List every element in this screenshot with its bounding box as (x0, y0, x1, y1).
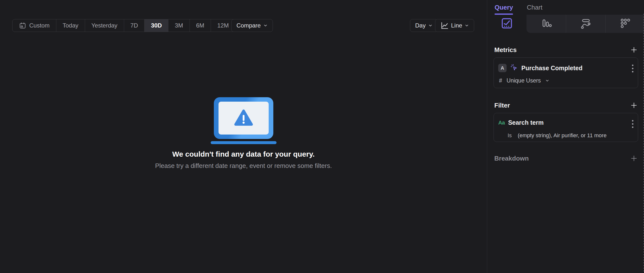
report-tab-retention[interactable] (606, 15, 644, 33)
flows-icon (579, 17, 592, 31)
line-chart-icon (440, 21, 448, 30)
metrics-heading: Metrics (494, 46, 517, 54)
tab-query[interactable]: Query (494, 0, 513, 15)
metric-card[interactable]: A Purchase Completed # Unique Users (494, 57, 638, 88)
report-type-strip (487, 15, 644, 33)
date-range-control: Custom Today Yesterday 7D 30D 3M 6M 12M … (12, 19, 268, 32)
breakdown-section-header: Breakdown (494, 154, 638, 163)
add-filter-button[interactable] (630, 102, 638, 109)
chevron-down-icon (464, 23, 469, 28)
breakdown-heading: Breakdown (494, 155, 529, 162)
string-property-icon: Aa (498, 120, 505, 126)
tab-chart[interactable]: Chart (527, 0, 542, 15)
date-range-label: Custom (29, 22, 50, 29)
analytics-app-window: Custom Today Yesterday 7D 30D 3M 6M 12M … (0, 0, 644, 273)
no-data-laptop-illustration (211, 97, 276, 144)
empty-state-title: We couldn't find any data for your query… (172, 150, 315, 158)
filter-condition[interactable]: Is (empty string), Air purifier, or 11 m… (508, 132, 607, 139)
calendar-icon (19, 22, 26, 29)
report-tab-funnels[interactable] (526, 15, 566, 33)
metric-kebab-menu-icon[interactable] (632, 65, 634, 72)
chevron-down-icon (428, 23, 432, 28)
date-range-custom[interactable]: Custom (12, 19, 56, 32)
warning-triangle-icon (234, 109, 253, 127)
report-tab-flows[interactable] (566, 15, 606, 33)
empty-state: We couldn't find any data for your query… (0, 97, 487, 170)
date-range-today[interactable]: Today (56, 19, 85, 32)
metric-event-name[interactable]: Purchase Completed (521, 65, 582, 72)
filter-card[interactable]: Aa Search term Is (empty string), Air pu… (494, 113, 638, 142)
date-range-3m[interactable]: 3M (168, 19, 189, 32)
hash-symbol: # (499, 77, 502, 84)
compare-button[interactable]: Compare (231, 19, 273, 32)
chart-type-dropdown[interactable]: Line (435, 19, 474, 32)
funnels-icon (540, 17, 552, 31)
chevron-down-icon (263, 23, 268, 28)
metrics-section-header: Metrics (494, 46, 638, 54)
filter-operator[interactable]: Is (508, 132, 512, 139)
filter-heading: Filter (494, 102, 510, 109)
laptop-frame (214, 97, 273, 139)
metric-aggregation-dropdown[interactable]: # Unique Users (499, 77, 549, 84)
date-range-yesterday[interactable]: Yesterday (85, 19, 124, 32)
filter-property-name[interactable]: Search term (508, 119, 544, 126)
granularity-dropdown[interactable]: Day (410, 19, 438, 32)
add-breakdown-button[interactable] (630, 155, 638, 162)
date-range-6m[interactable]: 6M (190, 19, 211, 32)
filter-kebab-menu-icon[interactable] (632, 120, 634, 128)
report-tab-insights[interactable] (487, 15, 526, 33)
filter-values[interactable]: (empty string), Air purifier, or 11 more (518, 132, 607, 139)
metric-letter-badge: A (498, 64, 506, 72)
insights-icon (500, 17, 513, 31)
date-range-7d[interactable]: 7D (124, 19, 144, 32)
metric-row: A Purchase Completed (498, 64, 582, 72)
date-range-30d-selected[interactable]: 30D (144, 19, 168, 32)
add-metric-button[interactable] (630, 46, 638, 53)
filter-row: Aa Search term (498, 119, 544, 126)
laptop-screen (218, 102, 269, 135)
aggregation-label: Unique Users (506, 77, 541, 84)
retention-icon (619, 17, 632, 31)
sidebar-tab-bar: Query Chart (487, 0, 644, 15)
chevron-down-icon (545, 79, 549, 83)
query-builder-sidebar: Query Chart (487, 0, 644, 273)
laptop-base (211, 141, 276, 144)
event-click-icon (510, 64, 518, 72)
filter-section-header: Filter (494, 101, 638, 109)
empty-state-subtitle: Please try a different date range, event… (155, 162, 332, 170)
